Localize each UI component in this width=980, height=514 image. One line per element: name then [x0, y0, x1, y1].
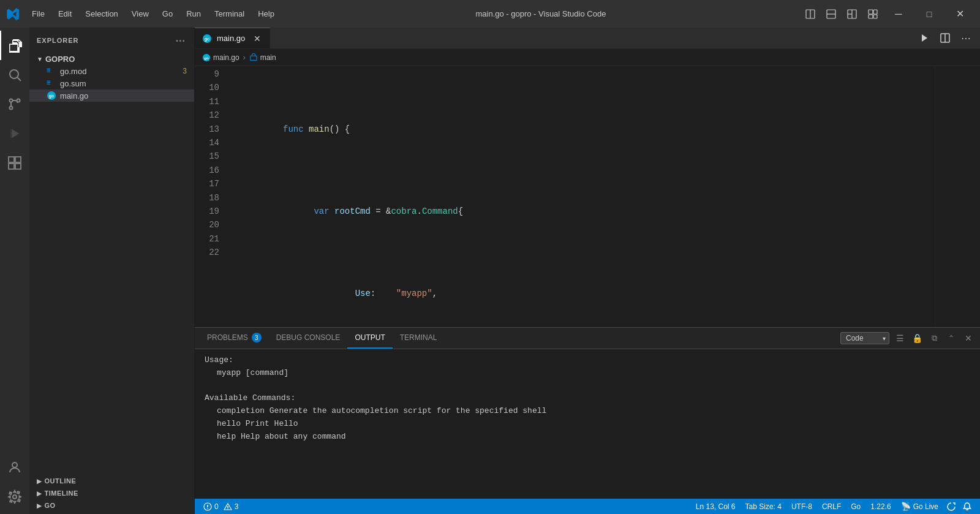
svg-point-13: [10, 99, 13, 102]
status-encoding[interactable]: UTF-8: [786, 499, 817, 514]
status-line-ending[interactable]: CRLF: [817, 499, 846, 514]
breadcrumb-function-icon: [249, 53, 258, 62]
activity-source-control[interactable]: [0, 89, 29, 119]
svg-point-35: [207, 508, 208, 509]
menu-file[interactable]: File: [26, 7, 51, 21]
panel-tab-debug-console[interactable]: DEBUG CONSOLE: [269, 328, 348, 349]
status-position[interactable]: Ln 13, Col 6: [691, 499, 741, 514]
breadcrumb-symbol-name: main: [260, 53, 276, 62]
status-golive-icon: 📡: [901, 502, 911, 511]
breadcrumb-file-icon: go: [202, 53, 211, 62]
file-gomod[interactable]: ≡ go.mod 3: [29, 65, 194, 77]
panel-copy-button[interactable]: ⧉: [927, 331, 941, 345]
svg-rect-18: [15, 157, 21, 162]
menu-help[interactable]: Help: [252, 7, 281, 21]
file-gosum-icon: ≡: [47, 78, 56, 88]
status-notification-button[interactable]: [959, 499, 975, 514]
more-actions-button[interactable]: ⋯: [957, 29, 975, 47]
breadcrumb-file[interactable]: go main.go: [202, 53, 239, 62]
editor-scrollbar[interactable]: [971, 66, 980, 327]
tab-maingo[interactable]: go main.go ✕: [195, 28, 270, 48]
tabs-bar: go main.go ✕ ⋯: [195, 28, 980, 49]
file-gomod-name: go.mod: [60, 67, 86, 76]
panel-tab-problems[interactable]: PROBLEMS 3: [200, 328, 269, 349]
panel-collapse-up-button[interactable]: ⌃: [944, 331, 958, 345]
status-golive[interactable]: 📡 Go Live: [896, 499, 943, 514]
window-maximize-button[interactable]: □: [915, 5, 943, 23]
activity-run-debug[interactable]: [0, 119, 29, 148]
status-sync-button[interactable]: [943, 499, 959, 514]
panel-lock-button[interactable]: 🔒: [910, 331, 924, 345]
activity-settings[interactable]: [0, 482, 29, 512]
output-line-hello: hello Print Hello: [205, 418, 970, 431]
status-warning-icon: [224, 502, 232, 511]
status-go-version[interactable]: 1.22.6: [865, 499, 895, 514]
output-line-usage-label: Usage:: [205, 354, 970, 367]
window-close-button[interactable]: ✕: [946, 5, 974, 23]
panel-tab-output[interactable]: OUTPUT: [347, 328, 392, 349]
go-section[interactable]: ▶ GO: [29, 499, 194, 514]
output-line-help: help Help about any command: [205, 431, 970, 444]
svg-rect-16: [10, 129, 13, 138]
panel-tab-terminal[interactable]: TERMINAL: [393, 328, 445, 349]
timeline-chevron-icon: ▶: [37, 490, 42, 497]
svg-rect-20: [15, 164, 21, 169]
status-errors[interactable]: 0 3: [200, 499, 242, 514]
panel-close-button[interactable]: ✕: [962, 331, 975, 345]
outline-section[interactable]: ▶ OUTLINE: [29, 475, 194, 487]
file-gosum[interactable]: ≡ go.sum: [29, 77, 194, 89]
file-maingo-name: main.go: [60, 91, 88, 100]
layout-toggle-button-3[interactable]: [843, 5, 861, 23]
folder-gopro[interactable]: ▼ GOPRO: [29, 53, 194, 65]
svg-text:go: go: [204, 55, 209, 59]
split-editor-button[interactable]: [936, 29, 954, 47]
titlebar: File Edit Selection View Go Run Terminal…: [0, 0, 980, 28]
status-tab-size[interactable]: Tab Size: 4: [741, 499, 786, 514]
menu-run[interactable]: Run: [180, 7, 207, 21]
svg-text:go: go: [205, 37, 210, 42]
status-language[interactable]: Go: [846, 499, 865, 514]
status-bar: 0 3 Ln 13, Col 6 Tab Size: 4 UTF-8 CRLF …: [195, 499, 980, 514]
run-code-button[interactable]: [915, 29, 933, 47]
panel-output-dropdown[interactable]: Code: [840, 332, 889, 344]
activity-extensions[interactable]: [0, 148, 29, 178]
folder-name: GOPRO: [45, 55, 75, 64]
menu-go[interactable]: Go: [156, 7, 179, 21]
code-content[interactable]: func main() { var rootCmd = &cobra.Comma…: [225, 66, 935, 327]
sidebar-header: EXPLORER ⋯: [29, 28, 194, 53]
minimap: [935, 66, 971, 327]
svg-point-21: [12, 463, 17, 467]
output-line-usage-cmd: myapp [command]: [205, 367, 970, 380]
activity-account[interactable]: [0, 453, 29, 482]
file-gomod-badge: 3: [183, 67, 187, 75]
breadcrumb-separator-icon: ›: [243, 53, 246, 62]
status-error-icon: [203, 502, 212, 511]
svg-point-22: [13, 495, 17, 499]
activity-search[interactable]: [0, 60, 29, 89]
window-minimize-button[interactable]: ─: [884, 5, 913, 23]
svg-marker-27: [922, 34, 927, 42]
timeline-section[interactable]: ▶ TIMELINE: [29, 487, 194, 499]
menu-terminal[interactable]: Terminal: [208, 7, 251, 21]
layout-toggle-button-4[interactable]: [864, 5, 882, 23]
breadcrumb-symbol[interactable]: main: [249, 53, 276, 62]
activity-explorer[interactable]: [0, 31, 29, 60]
code-editor[interactable]: 910111213141516171819202122 func main() …: [195, 66, 980, 327]
panel-format-list-button[interactable]: ☰: [893, 331, 907, 345]
menu-edit[interactable]: Edit: [52, 7, 78, 21]
sidebar-new-file-button[interactable]: ⋯: [173, 34, 187, 47]
panel-output-content[interactable]: Usage: myapp [command] Available Command…: [195, 349, 980, 499]
layout-toggle-button-2[interactable]: [822, 5, 840, 23]
menu-selection[interactable]: Selection: [79, 7, 124, 21]
titlebar-right-buttons: ─ □ ✕: [801, 5, 974, 23]
window-title: main.go - gopro - Visual Studio Code: [284, 9, 798, 18]
sidebar: EXPLORER ⋯ ▼ GOPRO ≡ go.mod 3 ≡ go.sum g…: [29, 28, 195, 514]
code-line-10: var rootCmd = &cobra.Command{: [232, 191, 935, 232]
panel-dropdown-wrapper[interactable]: Code ▾: [840, 332, 889, 344]
layout-toggle-button-1[interactable]: [801, 5, 820, 23]
menu-view[interactable]: View: [126, 7, 155, 21]
svg-point-37: [227, 508, 228, 509]
output-line-blank1: [205, 380, 970, 393]
tab-close-button[interactable]: ✕: [252, 34, 262, 43]
file-maingo[interactable]: go main.go: [29, 89, 194, 102]
